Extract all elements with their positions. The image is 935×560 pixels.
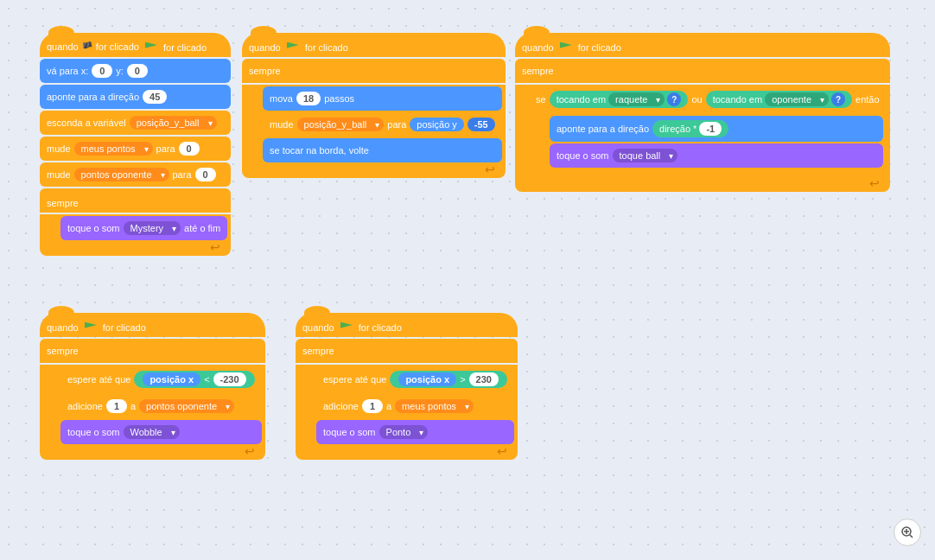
add1-val-l: 1 (106, 399, 127, 413)
point-dir-block-2: aponte para a direção direção * -1 (550, 116, 883, 142)
block-group-5: quando for clicado sempre espere até que… (296, 313, 518, 460)
x-value: 0 (92, 64, 112, 78)
always-block-2: sempre (242, 59, 506, 83)
add-mypoints-block: adicione 1 a meus pontos (316, 394, 514, 418)
mypoints-dropdown[interactable]: meus pontos (74, 142, 153, 156)
set-oppoints-block: mude pontos oponente para 0 (40, 162, 231, 187)
hat-block-5: quando for clicado (296, 313, 518, 337)
flag-icon-4 (85, 322, 97, 333)
wobble-dropdown[interactable]: Wobble (124, 425, 180, 439)
block-group-4: quando for clicado sempre espere até que… (40, 313, 265, 460)
oppoints-dropdown-2[interactable]: pontos oponente (139, 399, 234, 413)
mypoints-val: 0 (179, 142, 200, 156)
posy-dropdown[interactable]: posição_y_ball (297, 118, 385, 131)
hide-var-block: esconda a variável posição_y_ball (40, 111, 231, 135)
flag-icon-2 (287, 42, 299, 53)
always-block-5: sempre (296, 339, 518, 363)
always-block-3: sempre (515, 59, 890, 83)
always-block-1: sempre (40, 188, 231, 213)
bounce-block: se tocar na borda, volte (263, 138, 502, 162)
wait-until-left: espere até que posição x < -230 (60, 366, 262, 392)
block-group-1: quando 🏴 for clicado for clicado vá para… (40, 33, 231, 256)
question-2: ? (831, 92, 845, 106)
hat-block-2: quando for clicado (242, 33, 506, 57)
ponto-dropdown[interactable]: Ponto (379, 425, 429, 439)
pos230-val: 230 (469, 372, 499, 386)
play-toqueball-block: toque o som toque ball (550, 143, 883, 168)
hat-block-3: quando for clicado (515, 33, 890, 57)
touching-op-dropdown[interactable]: oponente (765, 92, 829, 106)
goto-xy-block: vá para x: 0 y: 0 (40, 59, 231, 83)
add-oppoints-block: adicione 1 a pontos oponente (60, 394, 262, 418)
var-dropdown-1[interactable]: posição_y_ball (130, 116, 217, 130)
hat-block-4: quando for clicado (40, 313, 265, 337)
move-val: 18 (296, 92, 321, 105)
touching-racket-dropdown[interactable]: raquete (608, 92, 665, 106)
flag-icon-5 (340, 322, 353, 333)
block-group-2: quando for clicado sempre mova 18 passos… (242, 33, 506, 178)
set-posy-block: mude posição_y_ball para posição y -55 (263, 112, 502, 137)
play-wobble-block: toque o som Wobble (60, 420, 262, 444)
set-mypoints-block: mude meus pontos para 0 (40, 137, 231, 161)
move-block: mova 18 passos (263, 86, 502, 111)
play-sound-mystery: toque o som Mystery até o fim (60, 216, 227, 240)
posy-diamond: posição y (410, 118, 463, 131)
hat-block-1: quando 🏴 for clicado for clicado (40, 33, 231, 57)
mypoints-dropdown-2[interactable]: meus pontos (395, 399, 474, 413)
question-1: ? (667, 92, 681, 106)
point-dir-block: aponte para a direção 45 (40, 85, 231, 109)
zoom-button[interactable] (894, 519, 921, 546)
sound-mystery-dropdown[interactable]: Mystery (124, 221, 181, 235)
wait-until-right: espere até que posição x > 230 (316, 366, 514, 392)
oppoints-val: 0 (195, 168, 216, 181)
add1-val-r: 1 (362, 399, 383, 413)
block-group-3: quando for clicado sempre se tocando em … (515, 33, 890, 192)
flag-icon-3 (560, 42, 572, 53)
always-block-4: sempre (40, 339, 265, 363)
when-flag-label: quando 🏴 for clicado (47, 41, 139, 53)
oppoints-dropdown[interactable]: pontos oponente (74, 168, 169, 181)
svg-line-1 (910, 535, 913, 538)
neg55-val: -55 (467, 118, 495, 131)
play-ponto-block: toque o som Ponto (316, 420, 514, 444)
y-value: 0 (127, 64, 148, 78)
flag-icon-1 (145, 42, 157, 53)
neg230-val: -230 (213, 372, 246, 386)
neg1-val: -1 (699, 122, 722, 136)
if-block: se tocando em raquete ? ou tocando em op… (529, 86, 887, 112)
toqueball-dropdown[interactable]: toque ball (613, 149, 678, 162)
dir-value: 45 (143, 90, 167, 104)
